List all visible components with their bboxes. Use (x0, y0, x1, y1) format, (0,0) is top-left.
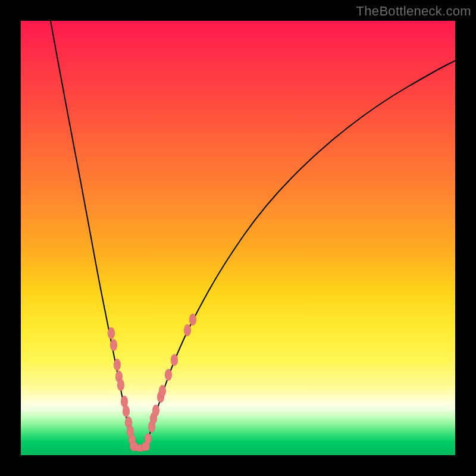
data-marker (110, 339, 117, 351)
data-marker (117, 379, 124, 391)
chart-frame: TheBottleneck.com (0, 0, 476, 476)
data-marker (165, 369, 172, 381)
data-marker (159, 385, 166, 397)
data-marker (114, 359, 121, 371)
data-marker (108, 327, 115, 339)
data-marker (184, 324, 191, 336)
plot-area (21, 21, 455, 455)
curve-layer (21, 21, 455, 455)
data-marker (189, 314, 196, 325)
data-marker (123, 405, 130, 417)
curve-right-branch (146, 61, 455, 448)
watermark-text: TheBottleneck.com (356, 4, 471, 19)
data-marker (171, 354, 178, 366)
data-marker (145, 433, 152, 444)
data-marker (152, 405, 159, 416)
